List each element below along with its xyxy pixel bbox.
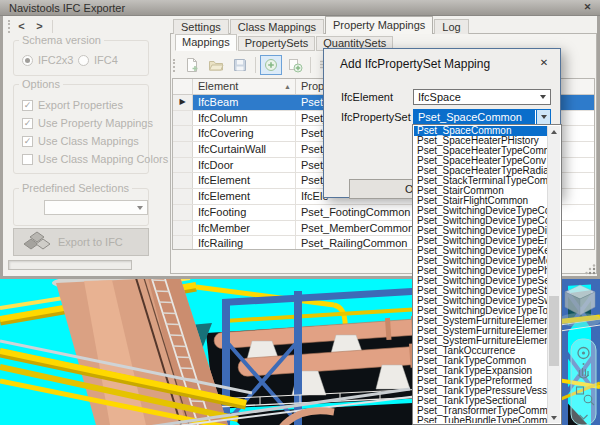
window-resize-grip[interactable] bbox=[585, 264, 596, 275]
window-title: Navistools IFC Exporter bbox=[9, 1, 125, 16]
dropdown-item[interactable]: Pset_SystemFurnitureElement bbox=[414, 316, 547, 326]
duplicate-mapping-button[interactable] bbox=[284, 55, 306, 75]
dropdown-item[interactable]: Pset_SwitchingDeviceTypeKe bbox=[414, 246, 547, 256]
ladder-rung bbox=[166, 324, 179, 325]
dropdown-scrollbar[interactable] bbox=[547, 126, 560, 423]
cell-element: IfcElement bbox=[193, 173, 296, 188]
dropdown-item[interactable]: Pset_SwitchingDeviceTypeSw bbox=[414, 296, 547, 306]
tab-settings[interactable]: Settings bbox=[173, 19, 229, 34]
dropdown-item[interactable]: Pset_TankTypePreformed bbox=[414, 376, 547, 386]
dropdown-item[interactable]: Pset_TransformerTypeComm bbox=[414, 406, 547, 416]
row-selector-cell bbox=[173, 111, 193, 126]
duplicate-mapping-icon bbox=[287, 57, 303, 73]
dropdown-item[interactable]: Pset_SystemFurnitureElement bbox=[414, 336, 547, 346]
checkbox-use-class-mappings[interactable]: ✓Use Class Mappings bbox=[22, 135, 139, 147]
ifcelement-label: IfcElement bbox=[341, 89, 393, 105]
nav-forward-button[interactable]: > bbox=[31, 19, 48, 34]
add-mapping-icon bbox=[263, 57, 279, 73]
export-button-label: Export to IFC bbox=[58, 236, 123, 248]
checkbox-use-class-mapping-colors[interactable]: Use Class Mapping Colors bbox=[22, 153, 168, 165]
row-selector-cell bbox=[173, 205, 193, 220]
toolbar-gripper bbox=[173, 59, 175, 72]
checkbox-use-property-mappings[interactable]: ✓Use Property Mappings bbox=[22, 117, 153, 129]
dropdown-item[interactable]: Pset_SwitchingDeviceTypePh bbox=[414, 266, 547, 276]
dropdown-item[interactable]: Pset_SwitchingDeviceTypeDi bbox=[414, 226, 547, 236]
checkbox-icon bbox=[22, 154, 33, 165]
header-element[interactable]: Element ▲ bbox=[193, 79, 296, 94]
dropdown-item[interactable]: Pset_SpaceCommon bbox=[414, 126, 547, 136]
dropdown-item[interactable]: Pset_SpaceHeaterPHistory bbox=[414, 136, 547, 146]
open-button[interactable] bbox=[205, 55, 227, 75]
save-icon bbox=[232, 57, 248, 73]
tab-property-mappings[interactable]: Property Mappings bbox=[325, 16, 433, 34]
row-selector-cell bbox=[173, 221, 193, 236]
nav-back-button[interactable]: < bbox=[13, 19, 30, 34]
checkbox-icon: ✓ bbox=[22, 100, 33, 111]
scroll-down-icon[interactable] bbox=[548, 412, 560, 423]
dropdown-item[interactable]: Pset_SpaceHeaterTypeComm bbox=[414, 146, 547, 156]
pset-dropdown: Pset_SpaceCommonPset_SpaceHeaterPHistory… bbox=[412, 124, 562, 425]
ladder-rung bbox=[159, 302, 172, 303]
checkbox-icon: ✓ bbox=[22, 118, 33, 129]
dropdown-item[interactable]: Pset_SpaceHeaterTypeRadia bbox=[414, 166, 547, 176]
dropdown-item[interactable]: Pset_SpaceHeaterTypeConv bbox=[414, 156, 547, 166]
header-element-label: Element bbox=[198, 80, 238, 92]
dropdown-item[interactable]: Pset_SwitchingDeviceTypeCo bbox=[414, 216, 547, 226]
sort-asc-icon: ▲ bbox=[284, 80, 291, 94]
schema-version-title: Schema version bbox=[19, 34, 104, 47]
add-mapping-button[interactable] bbox=[260, 55, 282, 75]
cell-element: IfcCurtainWall bbox=[193, 142, 296, 157]
dropdown-item[interactable]: Pset_TankTypeSectional bbox=[414, 396, 547, 406]
save-button[interactable] bbox=[229, 55, 251, 75]
dialog-close-icon[interactable]: ✕ bbox=[537, 56, 551, 70]
radio-ifc2x3[interactable]: IFC2x3 bbox=[22, 54, 73, 66]
dropdown-item[interactable]: Pset_StackTerminalTypeCom bbox=[414, 176, 547, 186]
new-mapping-button[interactable] bbox=[181, 55, 203, 75]
cell-element: IfcColumn bbox=[193, 111, 296, 126]
chevron-down-icon bbox=[536, 90, 550, 104]
dropdown-item[interactable]: Pset_TankTypeExpansion bbox=[414, 366, 547, 376]
predefined-selections-combobox[interactable] bbox=[44, 200, 148, 215]
row-selector-cell bbox=[173, 158, 193, 173]
dropdown-item[interactable]: Pset_TankOccurrence bbox=[414, 346, 547, 356]
dropdown-item[interactable]: Pset_StairCommon bbox=[414, 186, 547, 196]
dropdown-item[interactable]: Pset_SwitchingDeviceTypeTo bbox=[414, 306, 547, 316]
ladder-rung bbox=[163, 313, 176, 314]
mappings-toolbar bbox=[173, 53, 337, 77]
dropdown-item[interactable]: Pset_SystemFurnitureElement bbox=[414, 326, 547, 336]
export-to-ifc-button[interactable]: Export to IFC bbox=[13, 228, 149, 256]
cell-element: IfcDoor bbox=[193, 158, 296, 173]
row-selector-cell bbox=[173, 236, 193, 250]
nav-dot bbox=[583, 363, 585, 365]
ifcpropertyset-label: IfcPropertySet bbox=[341, 109, 411, 125]
radio-label: IFC4 bbox=[94, 54, 118, 66]
ifcelement-combobox[interactable]: IfcSpace bbox=[413, 89, 551, 105]
tab-log[interactable]: Log bbox=[434, 19, 468, 34]
dropdown-item[interactable]: Pset_SwitchingDeviceTypeSt bbox=[414, 286, 547, 296]
dropdown-item[interactable]: Pset_SwitchingDeviceTypeMo bbox=[414, 256, 547, 266]
toolbar-separator bbox=[255, 57, 256, 73]
ladder-rung bbox=[191, 401, 204, 402]
dropdown-item[interactable]: Pset_TankTypeCommon bbox=[414, 356, 547, 366]
ifcpropertyset-combobox[interactable]: Pset_SpaceCommon bbox=[413, 109, 551, 125]
ifcelement-value: IfcSpace bbox=[414, 90, 535, 104]
scroll-up-icon[interactable] bbox=[548, 126, 560, 137]
dropdown-item[interactable]: Pset_TankTypePressureVess bbox=[414, 386, 547, 396]
options-title: Options bbox=[19, 78, 63, 91]
dropdown-item[interactable]: Pset_SwitchingDeviceTypeEm bbox=[414, 236, 547, 246]
window-close-icon[interactable]: ✕ bbox=[580, 1, 595, 14]
dropdown-item[interactable]: Pset_TubeBundleTypeComm bbox=[414, 416, 547, 423]
dropdown-item[interactable]: Pset_SwitchingDeviceTypeCo bbox=[414, 206, 547, 216]
subtab-mappings[interactable]: Mappings bbox=[175, 34, 237, 51]
dropdown-item[interactable]: Pset_StairFlightCommon bbox=[414, 196, 547, 206]
subtab-propertysets[interactable]: PropertySets bbox=[238, 36, 316, 51]
scroll-thumb[interactable] bbox=[549, 296, 559, 366]
radio-ifc4[interactable]: IFC4 bbox=[78, 54, 118, 66]
checkbox-export-properties[interactable]: ✓Export Properties bbox=[22, 99, 123, 111]
export-cubes-icon bbox=[24, 231, 50, 253]
predefined-selections-group: Predefined Selections bbox=[13, 188, 149, 226]
tab-class-mappings[interactable]: Class Mappings bbox=[230, 19, 324, 34]
dropdown-item[interactable]: Pset_SwitchingDeviceTypeSe bbox=[414, 276, 547, 286]
window-titlebar[interactable]: Navistools IFC Exporter ✕ bbox=[0, 0, 600, 16]
cell-element: IfcRailing bbox=[193, 236, 296, 250]
